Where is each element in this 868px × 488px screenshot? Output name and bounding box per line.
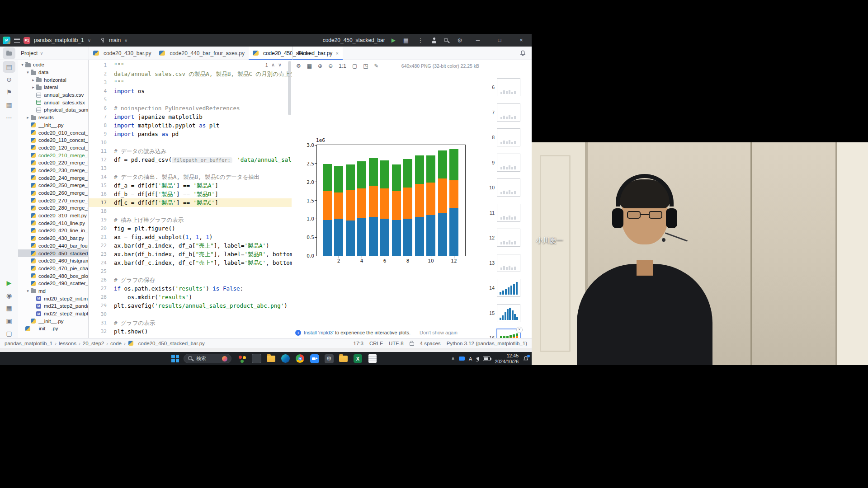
line-number[interactable]: 23: [89, 250, 114, 258]
line-number[interactable]: 8: [89, 121, 114, 130]
status-item[interactable]: CRLF: [369, 341, 383, 346]
line-number[interactable]: 15: [89, 181, 114, 190]
code-line[interactable]: 23ax.bar(df_b.index, df_b["売上"], label='…: [89, 250, 292, 258]
status-item[interactable]: Python 3.12 (pandas_matplotlib_1): [447, 341, 527, 346]
zoom-out-icon[interactable]: ⊖: [328, 63, 333, 69]
code-line[interactable]: 16df_b = df[df['製品'] == '製品B']: [89, 190, 292, 198]
more-actions-icon[interactable]: ⋮: [416, 37, 425, 44]
line-number[interactable]: 1: [89, 61, 114, 70]
commit-tool-icon[interactable]: ⊙: [3, 74, 15, 85]
code-line[interactable]: 5: [89, 95, 292, 104]
line-number[interactable]: 28: [89, 293, 114, 301]
project-tree-item[interactable]: code20_480_box_plot.py: [18, 272, 88, 280]
line-number[interactable]: 30: [89, 310, 114, 319]
project-tree-item[interactable]: ▸horizontal: [18, 76, 88, 84]
next-problem-icon[interactable]: ∨: [278, 62, 282, 68]
project-tree-item[interactable]: annual_sales.xlsx: [18, 99, 88, 106]
screen-share-icon[interactable]: [459, 357, 465, 361]
project-tree-item[interactable]: Mmd20_step2_init.md: [18, 295, 88, 302]
project-tree-item[interactable]: code20_460_histgram.py: [18, 257, 88, 265]
project-tree-item[interactable]: code20_250_merge_left.py: [18, 182, 88, 189]
recorder-app-icon[interactable]: [237, 353, 247, 364]
tree-chevron-icon[interactable]: ▾: [25, 70, 30, 75]
tray-overflow-icon[interactable]: ∧: [451, 356, 455, 361]
project-tree-item[interactable]: code20_230_merge_outer.py: [18, 167, 88, 174]
tree-chevron-icon[interactable]: ▾: [25, 289, 30, 293]
code-line[interactable]: 4import os: [89, 87, 292, 95]
line-number[interactable]: 6: [89, 104, 114, 113]
project-tree[interactable]: ▾code▾data▸horizontal▸lateralannual_sale…: [18, 60, 89, 338]
status-item[interactable]: 17:3: [354, 341, 363, 346]
line-number[interactable]: 25: [89, 267, 114, 276]
taskbar-search[interactable]: 検索: [184, 354, 231, 363]
project-tool-toggle[interactable]: [0, 47, 18, 60]
code-line[interactable]: 15df_a = df[df['製品'] == '製品A']: [89, 181, 292, 190]
structure-tool-icon[interactable]: ▦: [3, 99, 15, 111]
plot-thumbnail[interactable]: [497, 154, 520, 172]
line-number[interactable]: 2: [89, 70, 114, 78]
close-button[interactable]: ×: [514, 34, 529, 47]
project-tree-item[interactable]: ▸results: [18, 114, 88, 122]
code-line[interactable]: 25: [89, 267, 292, 276]
line-number[interactable]: 11: [89, 147, 114, 155]
tree-chevron-icon[interactable]: ▸: [25, 115, 30, 120]
project-tree-item[interactable]: code20_260_merge_right.py: [18, 189, 88, 197]
line-number[interactable]: 19: [89, 216, 114, 224]
code-line[interactable]: 21ax = fig.add_subplot(1, 1, 1): [89, 233, 292, 241]
code-line[interactable]: 30: [89, 310, 292, 319]
plots-panel-header[interactable]: Plots: [292, 47, 532, 60]
excel-icon[interactable]: X: [353, 353, 363, 364]
main-menu-icon[interactable]: [14, 38, 20, 43]
code-line[interactable]: 31# グラフの表示: [89, 319, 292, 327]
plot-thumbnail[interactable]: [497, 254, 520, 272]
project-tree-item[interactable]: ▾md: [18, 287, 88, 295]
line-number[interactable]: 14: [89, 173, 114, 181]
code-line[interactable]: 19# 積み上げ棒グラフの表示: [89, 216, 292, 224]
code-with-me-icon[interactable]: [431, 37, 437, 43]
code-line[interactable]: 32plt.show(): [89, 327, 292, 336]
code-line[interactable]: 27if os.path.exists('results') is False:: [89, 284, 292, 293]
tree-chevron-icon[interactable]: ▾: [20, 62, 25, 67]
line-number[interactable]: 29: [89, 301, 114, 310]
tab-dropdown-icon[interactable]: ∨: [276, 50, 280, 56]
run-widget-icon[interactable]: ▦: [402, 37, 410, 44]
breadcrumb-item[interactable]: code: [110, 341, 122, 346]
crop-icon[interactable]: ◳: [363, 63, 368, 69]
project-tree-item[interactable]: __init__.py: [18, 325, 88, 333]
code-line[interactable]: 7import japanize_matplotlib: [89, 113, 292, 121]
line-number[interactable]: 27: [89, 284, 114, 293]
more-tools-icon[interactable]: ⋯: [3, 112, 15, 123]
grid-icon[interactable]: ▦: [307, 63, 312, 69]
editor-tab[interactable]: code20_440_bar_four_axes.py: [155, 47, 248, 60]
run-config-name[interactable]: code20_450_stacked_bar: [323, 37, 385, 43]
project-tree-item[interactable]: code20_270_merge_on_multi.py: [18, 197, 88, 204]
actual-size-icon[interactable]: 1:1: [339, 63, 346, 69]
zoom-icon[interactable]: [309, 353, 320, 364]
line-number[interactable]: 7: [89, 113, 114, 121]
plot-thumbnail[interactable]: [497, 178, 520, 197]
code-line[interactable]: 11# データの読み込み: [89, 147, 292, 155]
run-button[interactable]: ▶: [392, 37, 396, 43]
line-number[interactable]: 5: [89, 95, 114, 104]
editor-scrollbar[interactable]: [288, 61, 291, 115]
project-tree-item[interactable]: code20_310_melt.py: [18, 212, 88, 220]
project-tree-item[interactable]: code20_440_bar_four_axes.py: [18, 242, 88, 250]
tree-chevron-icon[interactable]: ▸: [31, 78, 36, 82]
inspections-widget[interactable]: 1 ∧ ∨: [263, 61, 284, 68]
code-line[interactable]: 8import matplotlib.pyplot as plt: [89, 121, 292, 130]
line-number[interactable]: 22: [89, 241, 114, 250]
code-line[interactable]: 22ax.bar(df_a.index, df_a["売上"], label='…: [89, 241, 292, 250]
edge-icon[interactable]: [280, 353, 291, 364]
code-line[interactable]: 28 os.mkdir('results'): [89, 293, 292, 301]
code-line[interactable]: 2data/annual_sales.csv の製品A, 製品B, 製品C の月…: [89, 70, 292, 78]
code-line[interactable]: 9import pandas as pd: [89, 130, 292, 138]
mpld3-install-link[interactable]: Install 'mpld3': [304, 330, 334, 335]
line-number[interactable]: 9: [89, 130, 114, 138]
plot-thumbnail[interactable]: [497, 78, 520, 96]
profiler-tool-icon[interactable]: ◉: [3, 290, 15, 301]
search-everywhere-icon[interactable]: [443, 38, 449, 43]
folder-icon[interactable]: [338, 353, 349, 364]
fit-to-view-icon[interactable]: ▢: [352, 63, 357, 69]
line-number[interactable]: 32: [89, 327, 114, 336]
project-tree-item[interactable]: code20_210_merge_by_month.p: [18, 151, 88, 159]
